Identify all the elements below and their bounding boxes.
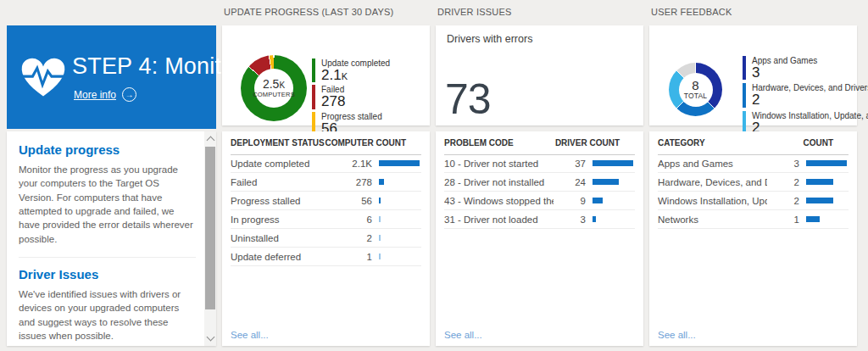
row-bar-track	[379, 198, 421, 203]
row-bar	[806, 216, 820, 222]
table-row[interactable]: Update completed2.1K	[231, 154, 421, 173]
category-table-card: CATEGORY COUNT Apps and Games3Hardware, …	[649, 131, 857, 346]
section-body: Monitor the progress as you upgrade your…	[19, 163, 196, 246]
problem-code-table-card: PROBLEM CODE DRIVER COUNT 10 - Driver no…	[436, 131, 643, 346]
table-row[interactable]: 10 - Driver not started37	[444, 154, 635, 173]
row-label: 43 - Windows stopped the devi...	[444, 196, 554, 206]
legend-swatch	[743, 56, 746, 80]
section-driver-issues: Driver Issues We've identified issues wi…	[19, 257, 196, 346]
table-header-left: PROBLEM CODE	[444, 138, 514, 148]
scroll-down-icon[interactable]	[207, 333, 215, 342]
table-header-right: DRIVER COUNT	[555, 138, 635, 148]
legend-label: Progress stalled	[321, 112, 382, 121]
row-count: 3	[767, 159, 799, 169]
see-all-link[interactable]: See all...	[444, 330, 482, 340]
row-count: 2	[340, 233, 372, 243]
column-header: UPDATE PROGRESS (LAST 30 DAYS)	[224, 7, 393, 17]
legend-text: Hardware, Devices, and Drivers2	[752, 83, 868, 107]
row-bar	[806, 198, 833, 203]
legend-value: 2	[752, 92, 868, 107]
row-count: 9	[554, 196, 586, 206]
scrollbar[interactable]	[204, 131, 216, 346]
column-header: DRIVER ISSUES	[437, 7, 512, 17]
legend-item: Failed278	[312, 85, 390, 109]
step4-monitor-tile[interactable]: STEP 4: Monitor More info →	[7, 25, 216, 129]
row-count: 6	[340, 214, 372, 225]
legend-swatch	[312, 85, 315, 109]
row-label: 28 - Driver not installed	[444, 177, 554, 187]
table-row[interactable]: In progress6	[231, 210, 421, 229]
table-row[interactable]: Uninstalled2	[231, 229, 421, 248]
row-bar-track	[593, 198, 635, 203]
donut-center-value: 2.5K	[263, 78, 285, 91]
row-label: Progress stalled	[231, 196, 340, 206]
row-bar-track	[379, 160, 421, 166]
table-row[interactable]: Hardware, Devices, and Drivers2	[658, 173, 849, 192]
row-label: Windows Installation, Update,...	[658, 196, 767, 206]
row-label: Update completed	[231, 159, 340, 169]
table-header-left: CATEGORY	[658, 138, 705, 148]
description-panel: Update progress Monitor the progress as …	[7, 131, 216, 346]
row-count: 2	[767, 196, 799, 206]
row-label: Update deferred	[231, 252, 340, 262]
table-row[interactable]: Failed278	[231, 173, 421, 192]
update-progress-donut[interactable]: 2.5K COMPUTERS	[241, 55, 307, 121]
donut-center: 2.5K COMPUTERS	[254, 69, 293, 108]
table-body: Apps and Games3Hardware, Devices, and Dr…	[658, 154, 849, 229]
table-row[interactable]: 43 - Windows stopped the devi...9	[444, 192, 635, 210]
row-count: 1	[340, 252, 372, 262]
row-bar	[379, 198, 381, 203]
legend-text: Failed278	[321, 85, 345, 109]
row-bar-track	[379, 254, 421, 259]
scroll-thumb[interactable]	[205, 147, 215, 309]
legend-item: Update completed2.1K	[312, 58, 390, 82]
heartbeat-icon	[19, 55, 68, 99]
row-count: 278	[340, 177, 372, 187]
row-count: 3	[554, 214, 586, 225]
row-bar	[379, 160, 420, 166]
value-unit: K	[279, 81, 285, 90]
row-bar-track	[593, 179, 635, 185]
row-count: 24	[554, 177, 586, 187]
row-bar	[379, 179, 384, 185]
row-bar	[593, 179, 619, 185]
legend-item: Apps and Games3	[743, 56, 868, 80]
user-feedback-donut-card: 8 TOTAL Apps and Games3Hardware, Devices…	[649, 25, 857, 125]
drivers-with-errors-card[interactable]: Drivers with errors 73	[436, 25, 643, 125]
see-all-link[interactable]: See all...	[658, 330, 696, 340]
row-count: 1	[767, 214, 799, 225]
donut-legend: Update completed2.1KFailed278Progress st…	[312, 58, 390, 138]
scroll-up-icon[interactable]	[207, 136, 215, 145]
table-row[interactable]: Update deferred1	[231, 248, 421, 266]
table-row[interactable]: Progress stalled56	[231, 192, 421, 210]
section-update-progress: Update progress Monitor the progress as …	[19, 133, 196, 257]
table-row[interactable]: Apps and Games3	[658, 154, 849, 173]
table-header: CATEGORY COUNT	[658, 131, 849, 155]
row-label: 10 - Driver not started	[444, 159, 554, 169]
section-heading: Driver Issues	[19, 267, 196, 281]
donut-center-label: COMPUTERS	[253, 91, 295, 98]
row-label: 31 - Driver not loaded	[444, 214, 554, 225]
table-body: 10 - Driver not started3728 - Driver not…	[444, 154, 635, 229]
row-bar-track	[379, 216, 421, 222]
row-bar-track	[379, 179, 421, 185]
row-bar	[379, 216, 381, 222]
section-body: We've identified issues with drivers or …	[19, 287, 196, 343]
table-header-right: COUNT	[803, 138, 849, 148]
row-bar	[806, 160, 847, 166]
tile-title: STEP 4: Monitor	[72, 53, 242, 80]
table-row[interactable]: 31 - Driver not loaded3	[444, 210, 635, 229]
see-all-link[interactable]: See all...	[231, 330, 269, 340]
description-panel-content: Update progress Monitor the progress as …	[7, 131, 204, 346]
row-bar-track	[806, 179, 849, 185]
row-bar-track	[806, 160, 849, 166]
table-row[interactable]: 28 - Driver not installed24	[444, 173, 635, 192]
donut-center-label: TOTAL	[684, 92, 708, 100]
user-feedback-column: USER FEEDBACK 8 TOTAL Apps and Games3Har…	[649, 0, 857, 351]
table-row[interactable]: Windows Installation, Update,...2	[658, 192, 849, 210]
row-label: Hardware, Devices, and Drivers	[658, 177, 767, 187]
table-row[interactable]: Networks1	[658, 210, 849, 229]
more-info-link[interactable]: More info →	[74, 87, 136, 102]
user-feedback-donut[interactable]: 8 TOTAL	[669, 63, 722, 116]
legend-swatch	[312, 58, 315, 82]
